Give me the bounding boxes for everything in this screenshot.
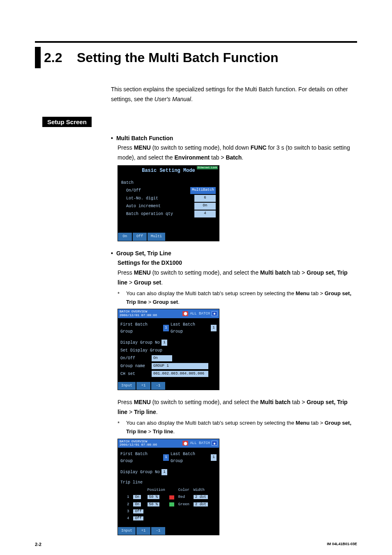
heading-tab [35,47,41,68]
t: > [147,428,153,435]
t: (to switch to setting mode), hold down [151,144,251,151]
t: (to switch to setting mode), and select … [151,269,260,276]
t: tab > [310,420,325,426]
softkey-button[interactable]: Off [133,233,147,240]
asterisk: * [118,419,120,436]
softkey-button[interactable]: -1 [151,382,165,390]
ss1-value[interactable]: 4 [194,210,216,217]
ss3-titlebar: BATCH OVERVIEW 2008/12/01 07:09:06 ⬤ ALL… [118,439,219,448]
record-icon: ⬤ [182,311,188,316]
ss1-label: Auto increment [121,203,161,210]
ss3-footer: Input+1-1 [118,527,219,535]
first-batch-group-label: First Batch Group [120,321,161,335]
t: Trip line [153,428,173,435]
intro-manual: User's Manual [154,96,191,102]
ss1-label: Batch [121,179,134,186]
trip-value[interactable]: Off [133,516,143,520]
display-group-no-label: Display Group No [120,469,160,476]
softkey-button[interactable]: -1 [151,527,165,535]
softkey-button[interactable]: +1 [136,527,150,535]
ss2-body: First Batch Group 1 Last Batch Group 1 D… [118,318,219,382]
trip-value[interactable]: 2 dot [194,495,208,499]
t: Menu [296,420,310,426]
screenshot-trip-line: BATCH OVERVIEW 2008/12/01 07:09:06 ⬤ ALL… [118,439,219,535]
t: > [127,279,134,286]
first-batch-group-value[interactable]: 1 [163,325,169,331]
display-group-no-value[interactable]: 1 [161,469,167,475]
softkey-button[interactable]: Multi [148,233,165,240]
t: Environment [175,154,210,161]
display-group-no-label: Display Group No [120,339,160,346]
trip-value[interactable]: On [133,495,141,499]
t: Multi batch [260,269,291,276]
t: Press [118,399,134,405]
ss1-value[interactable]: 6 [194,195,216,202]
t: . [178,299,180,305]
camera-icon: ◉ [212,441,217,446]
bullet-title-mbf: Multi Batch Function [116,134,173,143]
ss1-title: Basic Setting Mode [142,166,195,175]
ss1-titlebar: Basic Setting Mode Ethernet Link [118,166,219,176]
col-width: Width [192,487,210,493]
top-rule [35,41,357,43]
color-swatch [169,495,174,500]
ethernet-badge: Ethernet Link [197,166,218,169]
t: . [173,428,175,435]
softkey-button[interactable]: Input [118,382,136,390]
t: . [242,154,243,161]
trip-value[interactable]: 50 % [148,495,160,499]
t: Trip line [134,409,156,415]
ch-set-value[interactable]: 001.002.003.004.005.006 [152,371,208,377]
first-batch-group-value[interactable]: 1 [163,454,169,460]
timestamp: 2008/12/01 07:09:06 [120,314,157,317]
note-text: You can also display the Multi batch tab… [126,289,357,307]
trip-value[interactable]: Off [133,509,143,513]
ss1-body: Batch On/OffMultiBatch Lot-No. digit6 Au… [118,176,219,233]
camera-icon: ◉ [212,311,217,316]
ss1-row: Auto incrementOn [121,202,216,210]
ss2-footer: Input+1-1 [118,382,219,390]
last-batch-group-value[interactable]: 1 [211,454,217,460]
trip-value[interactable]: On [133,502,141,506]
screenshot-group-set: BATCH OVERVIEW 2008/12/01 07:09:06 ⬤ ALL… [118,309,219,390]
trip-value[interactable]: 2 dot [194,502,208,506]
timestamp: 2008/12/01 07:09:06 [120,443,157,447]
softkey-button[interactable]: +1 [136,382,150,390]
display-group-no-value[interactable]: 1 [161,340,167,346]
col-position: Position [146,487,167,493]
t: > [127,409,134,415]
t: > [147,299,153,305]
trip-row: 1On50 %Red2 dot [125,494,210,500]
trip-row: 4Off [125,516,210,522]
trip-instruction: Press MENU (to switch to setting mode), … [118,398,357,417]
t: . [161,279,163,286]
all-batch-label: ALL BATCH [190,440,210,446]
last-batch-group-label: Last Batch Group [171,321,209,335]
last-batch-group-value[interactable]: 1 [211,325,217,331]
bullet-multi-batch: • Multi Batch Function [111,134,357,143]
t: MENU [134,144,151,151]
color-swatch [169,502,174,506]
intro-t1: This section explains the specialized se… [111,86,348,102]
screenshot-basic-setting-mode: Basic Setting Mode Ethernet Link Batch O… [118,165,219,241]
intro-t3: . [191,96,193,102]
softkey-button[interactable]: On [118,233,132,240]
softkey-button[interactable]: Input [118,527,136,535]
trip-value[interactable]: 50 % [148,502,160,506]
page-number: 2-2 [35,542,42,547]
t: Multi batch [260,399,291,405]
all-batch-label: ALL BATCH [190,311,210,317]
group-name-value[interactable]: GROUP 1 [152,363,208,369]
ss1-value[interactable]: On [194,203,216,210]
ss2-titlebar: BATCH OVERVIEW 2008/12/01 07:09:06 ⬤ ALL… [118,309,219,318]
onoff-value[interactable]: On [152,355,172,361]
bullet-dot: • [111,134,113,143]
ss1-value[interactable]: MultiBatch [190,187,216,194]
bullet-title-gst: Group Set, Trip Line [116,249,171,259]
mbf-instruction: Press MENU (to switch to setting mode), … [118,143,357,163]
t: (to switch to setting mode), and select … [151,399,260,405]
t: Press [118,144,134,151]
ss1-footer: OnOffMulti [118,233,219,240]
t: Batch [226,154,242,161]
ss2-icons: ⬤ ALL BATCH ◉ [182,311,217,317]
